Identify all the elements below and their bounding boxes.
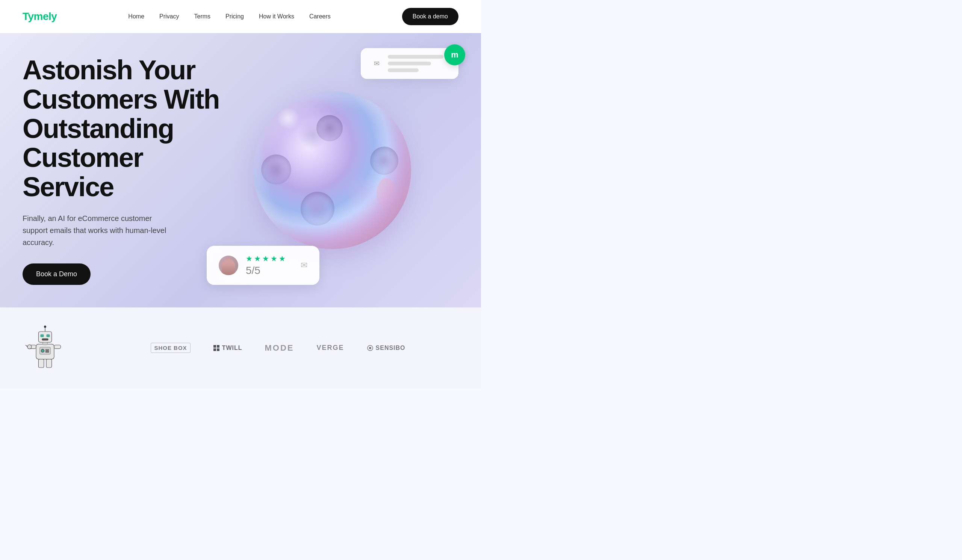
star-1: ★ xyxy=(246,254,253,263)
nav-how-it-works[interactable]: How it Works xyxy=(259,13,294,19)
m-badge: m xyxy=(444,44,465,65)
svg-rect-4 xyxy=(47,334,50,337)
svg-rect-12 xyxy=(38,359,44,367)
rating-email-icon: ✉ xyxy=(301,260,307,270)
nav-pricing[interactable]: Pricing xyxy=(226,13,244,19)
svg-point-8 xyxy=(41,349,44,352)
logo-sensibo: Sensibo xyxy=(367,345,405,352)
star-2: ★ xyxy=(254,254,261,263)
robot-area xyxy=(23,326,98,371)
nav-privacy[interactable]: Privacy xyxy=(159,13,179,19)
nav-home[interactable]: Home xyxy=(128,13,144,19)
logo-mode-text: MODE xyxy=(265,343,294,353)
svg-rect-15 xyxy=(54,345,61,349)
logo-twill: TWILL xyxy=(213,345,242,352)
logo-mode: MODE xyxy=(265,343,294,353)
navbar: Tymely Home Privacy Terms Pricing How it… xyxy=(0,0,481,33)
svg-rect-10 xyxy=(46,352,49,352)
email-icon-top: ✉ xyxy=(370,57,383,70)
rating-content: ★ ★ ★ ★ ★ 5/5 xyxy=(246,254,293,277)
stars: ★ ★ ★ ★ ★ xyxy=(246,254,293,263)
twill-icon xyxy=(213,345,220,352)
logo-verge: VERGE xyxy=(317,344,344,352)
m-badge-letter: m xyxy=(451,50,458,60)
robot-illustration xyxy=(23,326,68,371)
svg-rect-13 xyxy=(46,359,52,367)
svg-rect-19 xyxy=(217,345,220,348)
brand-logo[interactable]: Tymely xyxy=(23,11,57,23)
svg-rect-3 xyxy=(40,334,44,337)
logos-section: SHOE BOX TWILL MODE VERGE Sensibo xyxy=(0,307,481,389)
email-card-top: ✉ m xyxy=(361,48,458,79)
hero-title: Astonish Your Customers With Outstanding… xyxy=(23,56,240,202)
nav-book-demo-button[interactable]: Book a demo xyxy=(402,8,458,25)
rating-score: 5/5 xyxy=(246,265,293,277)
hero-content: Astonish Your Customers With Outstanding… xyxy=(23,56,240,285)
logo-sensibo-text: Sensibo xyxy=(376,345,405,352)
logo-text-dark: Tym xyxy=(23,11,43,22)
email-line-1 xyxy=(388,55,444,59)
sensibo-icon xyxy=(367,345,373,352)
svg-rect-9 xyxy=(46,350,49,350)
brand-logos-grid: SHOE BOX TWILL MODE VERGE Sensibo xyxy=(98,343,458,353)
hero-section: Astonish Your Customers With Outstanding… xyxy=(0,33,481,307)
rating-denominator: /5 xyxy=(252,265,260,276)
hero-subtitle: Finally, an AI for eCommerce customer su… xyxy=(23,212,173,249)
nav-careers[interactable]: Careers xyxy=(309,13,331,19)
email-line-2 xyxy=(388,61,431,65)
star-3: ★ xyxy=(262,254,269,263)
svg-point-16 xyxy=(27,345,32,349)
svg-rect-21 xyxy=(217,349,220,351)
hero-visual: ✉ m xyxy=(199,33,481,307)
orb-visual xyxy=(253,91,411,249)
nav-links: Home Privacy Terms Pricing How it Works … xyxy=(128,13,330,20)
logo-text-green: ely xyxy=(43,11,57,22)
orb-container xyxy=(253,91,411,249)
logo-verge-text: VERGE xyxy=(317,344,344,352)
star-4: ★ xyxy=(271,254,277,263)
email-line-3 xyxy=(388,68,419,72)
svg-rect-11 xyxy=(43,342,48,345)
svg-rect-20 xyxy=(213,349,216,351)
svg-rect-18 xyxy=(213,345,216,348)
svg-point-1 xyxy=(44,326,46,328)
svg-rect-5 xyxy=(42,339,48,340)
logo-shoebox: SHOE BOX xyxy=(151,343,190,353)
logo-shoebox-text: SHOE BOX xyxy=(154,345,187,351)
star-5: ★ xyxy=(279,254,286,263)
rating-numerator: 5 xyxy=(246,265,252,276)
nav-terms[interactable]: Terms xyxy=(194,13,210,19)
svg-point-23 xyxy=(369,347,371,349)
email-lines xyxy=(388,55,449,72)
svg-rect-2 xyxy=(38,331,52,342)
logo-twill-text: TWILL xyxy=(222,345,242,352)
hero-book-demo-button[interactable]: Book a Demo xyxy=(23,263,90,285)
